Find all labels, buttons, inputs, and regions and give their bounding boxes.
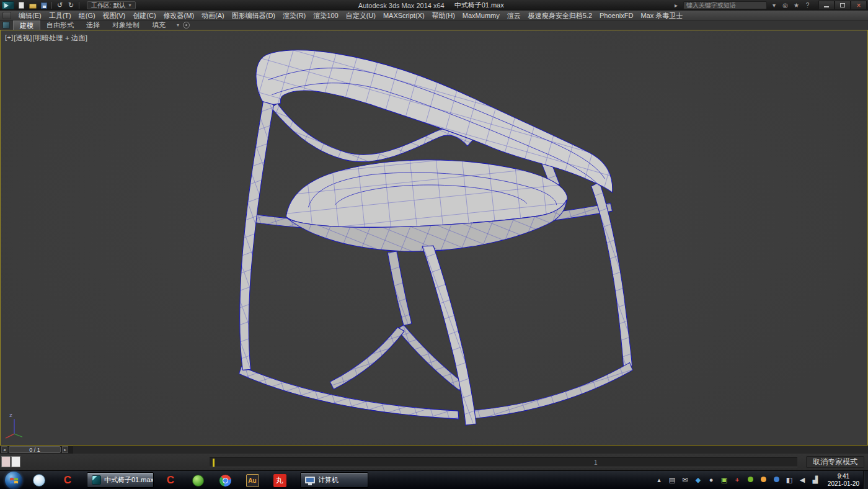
3dsmax-task-icon (92, 475, 101, 485)
menu-bar-icon[interactable] (2, 12, 11, 19)
tray-app-icon[interactable]: ● (707, 475, 715, 485)
tray-printer-icon[interactable]: ▤ (668, 475, 676, 485)
tray-orange-dot-icon[interactable] (759, 475, 768, 485)
redo-icon[interactable]: ↻ (66, 1, 76, 9)
app-title: Autodesk 3ds Max 2014 x64 (358, 2, 445, 9)
menu-item-help[interactable]: 帮助(H) (428, 11, 459, 20)
menu-item-render100[interactable]: 渲染100 (309, 11, 342, 20)
menu-item-max-antivirus[interactable]: Max 杀毒卫士 (637, 11, 686, 20)
infocenter-search-input[interactable] (683, 1, 767, 9)
disk-icon (41, 2, 47, 9)
tab-freeform[interactable]: 自由形式 (40, 20, 80, 30)
minimize-button[interactable] (818, 1, 835, 10)
menu-item-animation[interactable]: 动画(A) (198, 11, 228, 20)
favorites-star-icon[interactable]: ★ (792, 2, 800, 9)
ribbon-menu-icon[interactable] (2, 22, 10, 29)
taskbar-clock[interactable]: 9:41 2021-01-20 (828, 473, 859, 488)
time-slider-row: ◂ 0 / 1 ▸ (0, 446, 868, 454)
menu-item-phoenixfd[interactable]: PhoenixFD (596, 11, 637, 20)
taskbar-item-computer[interactable]: 计算机 (300, 472, 368, 488)
quick-access-toolbar: ↺ ↻ (17, 1, 81, 9)
chair-rear-leg[interactable] (388, 251, 412, 326)
viewport-general-menu[interactable]: [+] (5, 34, 13, 43)
track-bar[interactable]: 1 (210, 457, 797, 467)
tray-green-dot-icon[interactable] (746, 475, 755, 485)
workspace-selector[interactable]: 工作区: 默认 ▾ (87, 1, 136, 9)
open-file-icon[interactable] (28, 1, 37, 9)
chair-stretcher-cross-left[interactable] (330, 328, 404, 390)
network-icon[interactable]: ▟ (811, 475, 820, 485)
audition-icon[interactable]: Au (246, 473, 259, 487)
workspace-label: 工作区: 默认 (91, 2, 126, 9)
maxscript-mini-listener-macro[interactable] (1, 456, 11, 467)
search-dropdown-icon[interactable]: ▾ (770, 2, 778, 9)
tray-shield-icon[interactable]: ◆ (694, 475, 702, 485)
next-frame-button[interactable]: ▸ (62, 446, 68, 453)
maxscript-mini-listener[interactable] (11, 456, 20, 467)
viewport[interactable]: [+] [透视] [明暗处理 + 边面] (0, 30, 868, 446)
close-button[interactable]: × (851, 1, 867, 10)
chrome-icon[interactable] (218, 473, 232, 487)
c-app-icon[interactable]: C (164, 473, 177, 487)
letter-c-icon: C (64, 474, 71, 487)
tab-selection[interactable]: 选择 (80, 20, 106, 30)
menu-item-edit[interactable]: 编辑(E) (15, 11, 45, 20)
cancel-expert-mode-button[interactable]: 取消专家模式 (806, 456, 864, 468)
tab-modeling[interactable]: 建模 (13, 20, 40, 30)
menu-item-maxmummy[interactable]: MaxMummy (459, 11, 503, 20)
time-slider[interactable]: 0 / 1 (9, 446, 61, 453)
wan-app-icon[interactable]: 丸 (273, 473, 286, 487)
taskbar-item-label: 计算机 (318, 475, 339, 485)
volume-icon[interactable]: ◀ (798, 475, 807, 485)
ribbon-minimize-icon[interactable]: ▾ (177, 22, 179, 28)
ribbon-cycle-icon[interactable] (183, 22, 190, 29)
chair-left-leg[interactable] (240, 102, 274, 370)
viewport-shading-menu[interactable]: [明暗处理 + 边面] (33, 34, 88, 43)
track-bar-strip[interactable] (73, 446, 868, 454)
help-icon[interactable]: ? (804, 2, 812, 9)
viewport-canvas[interactable]: z (1, 30, 867, 445)
tray-settings-icon[interactable]: ◧ (785, 475, 794, 485)
maximize-button[interactable] (835, 1, 851, 10)
new-scene-icon[interactable] (17, 1, 26, 9)
pinned-c-app-icon[interactable]: C (61, 473, 74, 487)
tray-green-square-icon[interactable]: ▣ (720, 475, 728, 485)
menu-item-slim-archive[interactable]: 极速瘦身安全归档5.2 (525, 11, 596, 20)
tab-populate[interactable]: 填充 (146, 20, 172, 30)
chair-front-leg[interactable] (422, 246, 476, 425)
start-button[interactable] (5, 472, 22, 489)
previous-frame-button[interactable]: ◂ (1, 446, 7, 453)
tab-object-paint[interactable]: 对象绘制 (106, 20, 146, 30)
menu-item-views[interactable]: 视图(V) (99, 11, 130, 20)
menu-item-customize[interactable]: 自定义(U) (342, 11, 379, 20)
menu-item-create[interactable]: 创建(C) (129, 11, 159, 20)
menu-item-rendering[interactable]: 渲染(R) (279, 11, 309, 20)
menu-item-maxscript[interactable]: MAXScript(X) (379, 11, 428, 20)
3dsmax-application-button[interactable] (2, 1, 14, 9)
green-app-icon[interactable] (191, 473, 205, 487)
tray-mail-icon[interactable]: ✉ (681, 475, 689, 485)
computer-icon (305, 477, 315, 483)
menu-item-graph-editors[interactable]: 图形编辑器(D) (228, 11, 279, 20)
frame-marker[interactable] (213, 459, 215, 467)
sign-in-icon[interactable]: ◎ (781, 2, 789, 9)
viewport-pov-menu[interactable]: [透视] (14, 34, 32, 43)
undo-icon[interactable]: ↺ (55, 1, 64, 9)
chair-model[interactable] (239, 50, 632, 425)
menu-item-xuanyun[interactable]: 渲云 (503, 11, 525, 20)
chair-seat[interactable] (286, 160, 567, 228)
infocenter-expand-icon[interactable]: ▸ (672, 2, 680, 9)
chair-stretcher-right[interactable] (467, 362, 633, 419)
menu-bar: 编辑(E) 工具(T) 组(G) 视图(V) 创建(C) 修改器(M) 动画(A… (0, 11, 868, 20)
show-hidden-icons-icon[interactable]: ▴ (655, 475, 663, 485)
tray-plus-icon[interactable]: + (733, 475, 742, 485)
show-desktop-button[interactable] (863, 471, 868, 489)
viewport-label: [+] [透视] [明暗处理 + 边面] (5, 34, 87, 43)
taskbar-item-3dsmax[interactable]: 中式椅子01.max ... (87, 472, 154, 488)
menu-item-tools[interactable]: 工具(T) (45, 11, 75, 20)
tray-blue-dot-icon[interactable] (772, 475, 781, 485)
save-file-icon[interactable] (39, 1, 48, 9)
menu-item-group[interactable]: 组(G) (75, 11, 99, 20)
pinned-browser-icon[interactable] (32, 473, 46, 487)
menu-item-modifiers[interactable]: 修改器(M) (160, 11, 198, 20)
